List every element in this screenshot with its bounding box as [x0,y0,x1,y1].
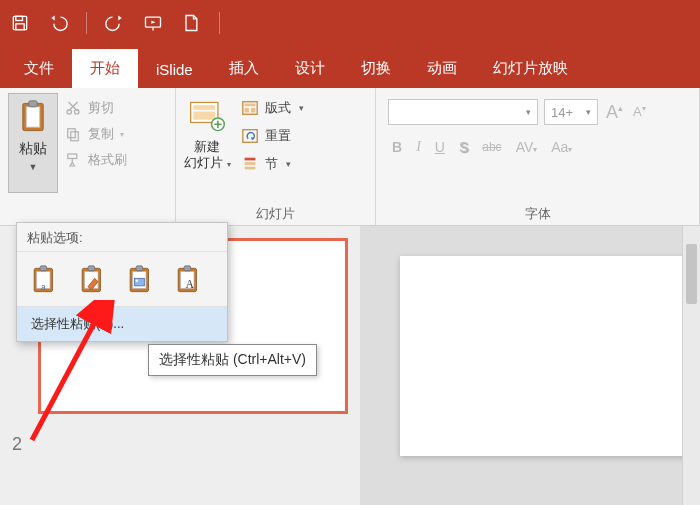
tooltip: 选择性粘贴 (Ctrl+Alt+V) [148,344,317,376]
svg-rect-13 [194,105,216,110]
new-slide-button[interactable]: 新建 幻灯片 ▾ [184,97,231,170]
group-title-slides: 幻灯片 [184,201,367,223]
tab-home[interactable]: 开始 [72,49,138,88]
svg-rect-1 [16,16,23,20]
layout-button[interactable]: 版式 ▾ [241,99,304,117]
chevron-down-icon: ▾ [227,160,231,169]
layout-label: 版式 [265,99,291,117]
group-title [8,204,167,223]
svg-rect-26 [40,266,47,271]
svg-rect-5 [26,107,40,127]
ribbon-tabbar: 文件 开始 iSlide 插入 设计 切换 动画 幻灯片放映 [0,46,700,88]
new-slide-label-1: 新建 [194,139,220,154]
undo-icon[interactable] [48,13,68,33]
font-size-value: 14+ [551,105,573,120]
copy-button: 复制 ▾ [64,125,127,143]
svg-rect-6 [29,101,38,107]
slide-canvas[interactable] [400,256,700,456]
svg-line-40 [32,316,98,440]
reset-label: 重置 [265,127,291,145]
svg-rect-18 [244,108,249,113]
tab-animations[interactable]: 动画 [409,49,475,88]
svg-rect-9 [68,129,76,138]
tab-insert[interactable]: 插入 [211,49,277,88]
svg-rect-33 [136,266,143,271]
paste-option-keep-source-formatting[interactable] [75,262,111,298]
paste-option-use-destination-theme[interactable]: a [27,262,63,298]
tab-transitions[interactable]: 切换 [343,49,409,88]
cut-label: 剪切 [88,99,114,117]
tab-design[interactable]: 设计 [277,49,343,88]
paste-button[interactable]: 粘贴 ▼ [8,93,58,193]
new-file-icon[interactable] [181,13,201,33]
tab-islide[interactable]: iSlide [138,51,211,88]
bold-button[interactable]: B [392,139,402,155]
present-from-beginning-icon[interactable] [143,13,163,33]
svg-rect-30 [88,266,95,271]
group-title-font: 字体 [384,201,691,223]
svg-rect-19 [251,108,256,113]
reset-button[interactable]: 重置 [241,127,304,145]
format-painter-button: 格式刷 [64,151,127,169]
paste-label: 粘贴 [19,140,47,158]
section-label: 节 [265,155,278,173]
paste-option-text-only[interactable]: A [171,262,207,298]
font-size-combo[interactable]: 14+ ▾ [544,99,598,125]
cut-button: 剪切 [64,99,127,117]
svg-rect-17 [244,104,255,107]
char-spacing-button[interactable]: AV▾ [516,139,538,155]
vertical-scrollbar[interactable] [682,226,700,505]
save-icon[interactable] [10,13,30,33]
scrollbar-thumb[interactable] [686,244,697,304]
slide-editor[interactable] [360,226,700,505]
change-case-button[interactable]: Aa▾ [551,139,572,155]
shadow-button[interactable]: S [459,139,468,155]
svg-rect-14 [194,112,216,120]
format-painter-label: 格式刷 [88,151,127,169]
paste-option-picture[interactable] [123,262,159,298]
decrease-font-icon: A▾ [631,104,648,119]
chevron-down-icon: ▾ [120,130,124,139]
svg-rect-10 [71,132,79,141]
increase-font-icon: A▴ [604,102,625,123]
strikethrough-button[interactable]: abc [482,140,501,154]
tab-file[interactable]: 文件 [6,49,72,88]
group-slides: 新建 幻灯片 ▾ 版式 ▾ 重置 节 ▾ [176,88,376,225]
underline-button[interactable]: U [435,139,445,155]
new-slide-label-2: 幻灯片 [184,155,223,170]
svg-point-35 [136,280,139,283]
group-clipboard: 粘贴 ▼ 剪切 复制 ▾ 格式刷 [0,88,176,225]
tooltip-text: 选择性粘贴 (Ctrl+Alt+V) [159,351,306,367]
paste-options-header: 粘贴选项: [17,223,227,252]
chevron-down-icon: ▾ [299,103,304,113]
svg-rect-11 [68,154,77,159]
font-name-combo[interactable]: ▾ [388,99,538,125]
redo-icon[interactable] [105,13,125,33]
svg-rect-38 [184,266,191,271]
quick-access-toolbar [0,0,700,46]
ribbon: 粘贴 ▼ 剪切 复制 ▾ 格式刷 [0,88,700,226]
group-font: ▾ 14+ ▾ A▴ A▾ B I U S abc AV▾ Aa▾ 字体 [376,88,700,225]
copy-label: 复制 [88,125,114,143]
svg-text:A: A [186,278,195,291]
svg-rect-21 [244,158,255,161]
svg-rect-22 [244,162,255,165]
svg-text:a: a [41,282,46,292]
svg-rect-23 [244,167,255,170]
svg-rect-2 [16,24,24,30]
separator [86,12,87,34]
separator [219,12,220,34]
chevron-down-icon: ▾ [586,107,591,117]
chevron-down-icon: ▼ [29,162,38,172]
italic-button[interactable]: I [416,139,421,155]
chevron-down-icon: ▾ [526,107,531,117]
section-button[interactable]: 节 ▾ [241,155,304,173]
tab-slideshow[interactable]: 幻灯片放映 [475,49,586,88]
annotation-arrow [20,300,140,450]
chevron-down-icon: ▾ [286,159,291,169]
svg-rect-34 [134,278,144,286]
